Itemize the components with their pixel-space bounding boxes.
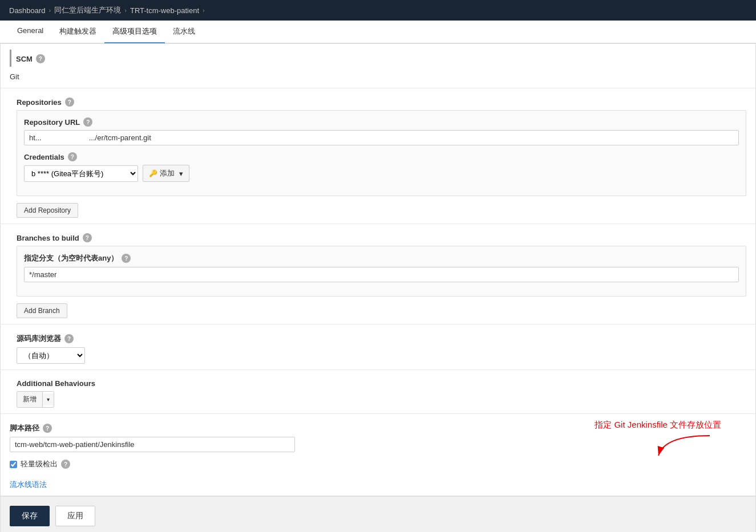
branches-to-build-label: Branches to build ? (17, 233, 746, 242)
branches-help-icon[interactable]: ? (83, 233, 92, 242)
credentials-group: Credentials ? b **** (Gitea平台账号) 🔑 添加 ▾ (24, 152, 739, 182)
scm-label-row: SCM ? (10, 50, 746, 67)
tab-general[interactable]: General (9, 21, 51, 43)
credentials-label: Credentials ? (24, 152, 739, 161)
repository-item: Repository URL ? Credentials ? b **** (G… (17, 110, 746, 196)
credentials-row: b **** (Gitea平台账号) 🔑 添加 ▾ (24, 165, 739, 182)
lightweight-checkout-label: 轻量级检出 (21, 459, 58, 469)
nav-project[interactable]: TRT-tcm-web-patient (130, 6, 199, 15)
add-cred-dropdown-arrow: ▾ (179, 169, 183, 178)
repo-url-input[interactable] (24, 130, 739, 145)
source-browser-help-icon[interactable]: ? (64, 334, 74, 343)
repo-url-label: Repository URL ? (24, 117, 739, 127)
branch-specifier-group: 指定分支（为空时代表any） ? (24, 253, 739, 282)
repositories-label: Repositories ? (17, 98, 746, 107)
key-icon: 🔑 (149, 169, 157, 177)
annotation-container: 指定 Git Jenkinsfile 文件存放位置 (595, 420, 721, 461)
scm-label-text: SCM (16, 55, 33, 63)
source-browser-select[interactable]: （自动） (17, 347, 85, 364)
lightweight-checkout-checkbox[interactable] (10, 461, 17, 468)
tab-bar: General 构建触发器 高级项目选项 流水线 (0, 21, 756, 43)
lightweight-checkout-help-icon[interactable]: ? (61, 460, 70, 469)
top-nav-bar: Dashboard › 同仁堂后端生产环境 › TRT-tcm-web-pati… (0, 0, 756, 21)
add-behaviour-text[interactable]: 新增 (17, 392, 43, 407)
credentials-select[interactable]: b **** (Gitea平台账号) (24, 165, 138, 182)
source-browser-section: 源码库浏览器 ? （自动） (1, 324, 755, 370)
save-button[interactable]: 保存 (10, 506, 50, 526)
sections-container: SCM ? Git Repositories ? Repository URL … (0, 43, 756, 532)
add-credentials-button[interactable]: 🔑 添加 ▾ (143, 165, 189, 182)
nav-arrow-2: › (124, 7, 127, 14)
add-behaviour-button[interactable]: 新增 ▾ (17, 391, 54, 408)
scm-section: SCM ? Git (1, 44, 755, 88)
nav-arrow-1: › (49, 7, 51, 14)
annotation-arrow-svg (653, 433, 721, 461)
branch-specifier-input[interactable] (24, 267, 739, 282)
annotation-label: 指定 Git Jenkinsfile 文件存放位置 (595, 420, 721, 431)
tab-advanced-options[interactable]: 高级项目选项 (104, 21, 165, 43)
pipeline-syntax-link[interactable]: 流水线语法 (10, 480, 47, 490)
add-branch-button[interactable]: Add Branch (17, 303, 67, 318)
branch-item: 指定分支（为空时代表any） ? (17, 246, 746, 297)
additional-behaviours-label: Additional Behaviours (17, 379, 746, 388)
script-path-help-icon[interactable]: ? (43, 424, 52, 433)
repositories-section: Repositories ? Repository URL ? Credenti… (1, 88, 755, 224)
branch-specifier-label: 指定分支（为空时代表any） ? (24, 253, 739, 263)
repositories-help-icon[interactable]: ? (65, 98, 74, 107)
apply-button[interactable]: 应用 (55, 506, 95, 526)
branches-section: Branches to build ? 指定分支（为空时代表any） ? Add… (1, 224, 755, 324)
nav-env[interactable]: 同仁堂后端生产环境 (54, 5, 121, 15)
repo-url-help-icon[interactable]: ? (83, 117, 92, 127)
pipeline-syntax-row: 流水线语法 (10, 475, 746, 490)
add-behaviour-arrow[interactable]: ▾ (43, 393, 54, 405)
source-browser-label: 源码库浏览器 ? (17, 334, 746, 344)
scm-value: Git (10, 71, 746, 82)
repo-url-group: Repository URL ? (24, 117, 739, 145)
nav-dashboard[interactable]: Dashboard (9, 6, 46, 15)
tab-build-triggers[interactable]: 构建触发器 (51, 21, 104, 43)
nav-arrow-3: › (203, 7, 205, 14)
script-path-section: 指定 Git Jenkinsfile 文件存放位置 脚本路径 ? (1, 414, 755, 496)
main-content: General 构建触发器 高级项目选项 流水线 SCM ? Git Repos… (0, 21, 756, 532)
credentials-help-icon[interactable]: ? (68, 152, 77, 161)
tab-pipeline[interactable]: 流水线 (165, 21, 203, 43)
add-repository-button[interactable]: Add Repository (17, 203, 78, 218)
repositories-label-text: Repositories (17, 98, 62, 107)
scm-help-icon[interactable]: ? (36, 54, 45, 63)
branch-specifier-help-icon[interactable]: ? (122, 254, 131, 263)
additional-behaviours-section: Additional Behaviours 新增 ▾ (1, 370, 755, 414)
action-buttons-row: 保存 应用 (1, 496, 755, 532)
script-path-input[interactable] (10, 437, 295, 452)
